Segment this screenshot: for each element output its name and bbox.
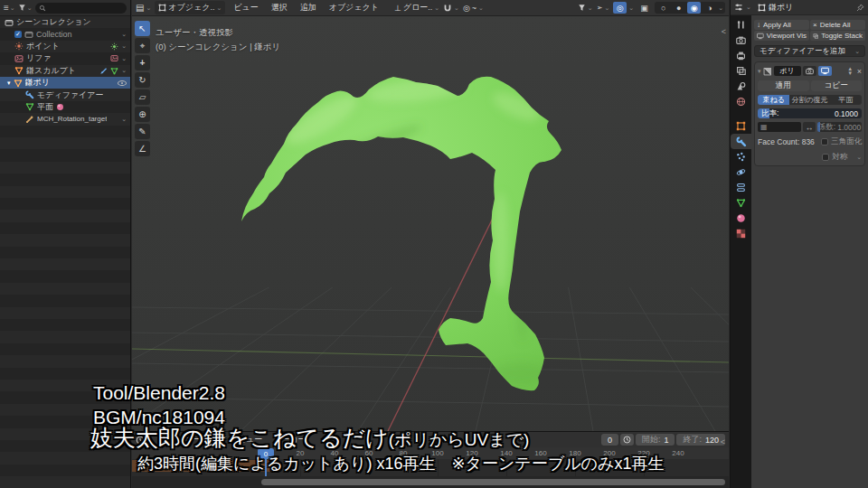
viewport-vis-button[interactable]: Viewport Vis [754, 31, 809, 41]
tool-move[interactable]: + [135, 55, 150, 70]
tool-measure[interactable]: ∠ [135, 141, 150, 156]
tool-cursor[interactable]: ⌖ [135, 38, 150, 53]
frame-end-field[interactable]: 終了:120 [676, 434, 725, 446]
mode-planar-tab[interactable]: 平面 [830, 95, 862, 105]
timeline-sidebar-toggle[interactable]: < [721, 437, 725, 446]
shading-wireframe-icon[interactable]: ○ [656, 2, 670, 14]
tab-object-data[interactable] [731, 195, 751, 211]
tab-scene[interactable] [731, 79, 751, 94]
outliner-row-kama-poly[interactable]: ▾ 鎌ポリ [0, 77, 130, 89]
collection-checkbox[interactable]: ✓ [14, 31, 22, 38]
viewport-toggle[interactable] [818, 66, 832, 76]
ratio-slider[interactable]: 比率: 0.1000 [758, 108, 862, 118]
playhead[interactable]: 0 [258, 448, 274, 459]
outliner-filter-button[interactable]: ⌄ [18, 4, 33, 12]
scythe-model[interactable] [241, 74, 561, 390]
current-frame-field[interactable]: 0 [601, 434, 618, 446]
toggle-stack-button[interactable]: Toggle Stack [810, 31, 865, 41]
tab-output[interactable] [731, 48, 751, 63]
timeline-menu-marker[interactable]: マーカー [269, 434, 310, 446]
tab-constraints[interactable] [731, 180, 751, 195]
outliner-row-plane[interactable]: 平面 [0, 101, 130, 113]
render-toggle[interactable] [803, 66, 816, 76]
mode-dropdown[interactable]: オブジェク..⌄ [155, 1, 225, 14]
outliner-row-modifier[interactable]: モディファイアー [0, 89, 130, 100]
sidebar-toggle-arrow[interactable]: < [722, 27, 726, 36]
outliner-row-mch-rotation-target[interactable]: MCH_Rotation_target ⌄ [0, 113, 130, 125]
factor-slider[interactable]: 係数: 1.0000 [817, 122, 862, 132]
outliner-row-reference-image[interactable]: リファ ⌄ [0, 52, 130, 64]
timeline-menu-keying[interactable]: キーイング [181, 434, 231, 446]
tab-object[interactable] [731, 118, 751, 134]
overlays-dropdown[interactable]: ◎⌄ [613, 2, 634, 14]
tab-render[interactable] [731, 33, 751, 48]
menu-add[interactable]: 追加 [296, 2, 321, 14]
tab-particles[interactable] [731, 149, 751, 164]
shading-solid-icon[interactable]: ● [672, 2, 685, 14]
timeline-menu-playback[interactable]: 再生 [154, 434, 179, 446]
tool-select-box[interactable]: ↖ [135, 21, 150, 36]
outliner-row-scene-collection[interactable]: シーンコレクション [0, 16, 130, 28]
invert-vertex-group-button[interactable]: ↔ [803, 122, 816, 132]
copy-button[interactable]: コピー [811, 80, 863, 91]
menu-object[interactable]: オブジェクト [325, 2, 383, 14]
shading-rendered-icon[interactable]: ◑ [703, 2, 716, 14]
use-preview-range-button[interactable] [620, 434, 634, 446]
chevron-down-icon[interactable]: ⌄ [121, 67, 127, 74]
shading-material-icon[interactable]: ◉ [687, 2, 701, 14]
mode-collapse-tab[interactable]: 束ねる [758, 95, 789, 105]
chevron-down-icon[interactable]: ⌄ [121, 116, 127, 123]
viewport-editor-type-button[interactable]: ▤⌄ [136, 3, 151, 13]
triangulate-checkbox[interactable] [821, 138, 828, 145]
tool-scale[interactable]: ▱ [135, 89, 150, 105]
chevron-down-icon[interactable]: ⌄ [121, 55, 127, 62]
tool-rotate[interactable]: ↻ [135, 72, 150, 88]
proportional-edit-toggle[interactable]: ◎~⌄ [463, 4, 484, 13]
tool-annotate[interactable]: ✎ [135, 124, 150, 139]
apply-button[interactable]: 適用 [758, 80, 809, 91]
close-icon[interactable]: × [857, 67, 862, 76]
tab-modifiers[interactable] [731, 134, 751, 149]
outliner-search-input[interactable] [35, 3, 127, 14]
outliner-row-point-light[interactable]: ポイント ⌄ [0, 41, 130, 52]
outliner-row-kama-sculpt[interactable]: 鎌スカルプト ⌄ [0, 65, 130, 77]
tab-physics[interactable] [731, 164, 751, 180]
overlays-icon[interactable]: ◎ [613, 2, 627, 14]
frame-start-field[interactable]: 開始:1 [636, 434, 675, 446]
gizmo-dropdown[interactable]: ➢⌄ [597, 4, 610, 12]
eye-icon[interactable] [118, 80, 127, 86]
tab-view-layer[interactable] [731, 63, 751, 79]
timeline-ruler[interactable]: 20 40 60 80 100 120 140 160 180 200 220 … [132, 447, 729, 459]
transform-orientation-dropdown[interactable]: ⊥グロー..⌄ [394, 2, 439, 14]
visibility-filter-dropdown[interactable]: ⌄ [578, 4, 593, 12]
modifier-name-field[interactable]: ポリ [774, 66, 801, 76]
timeline-scrollbar[interactable] [261, 479, 725, 485]
delete-all-button[interactable]: ×Delete All [810, 20, 865, 30]
properties-editor-icon[interactable] [734, 3, 743, 12]
symmetry-checkbox[interactable] [822, 154, 829, 161]
disclosure-triangle-icon[interactable]: ▾ [7, 80, 11, 87]
mode-unsubdivide-tab[interactable]: 分割の復元 [789, 95, 829, 105]
add-modifier-dropdown[interactable]: モディファイアーを追加⌄ [754, 45, 865, 57]
tool-transform[interactable]: ⊕ [135, 107, 150, 122]
outliner-row-collection[interactable]: ✓ Collection ⌄ [0, 28, 130, 40]
move-down-button[interactable]: ▼ [845, 71, 855, 76]
tab-texture[interactable] [731, 226, 751, 241]
pin-icon[interactable] [856, 4, 864, 12]
tab-world[interactable] [731, 94, 751, 109]
vertex-group-field[interactable]: ▦ [758, 122, 801, 132]
snap-dropdown[interactable]: ⌄ [443, 4, 459, 13]
symmetry-axis-dropdown[interactable]: ⌄ [856, 154, 862, 161]
outliner-editor-type-button[interactable]: ≡⌄ [4, 3, 15, 13]
xray-toggle[interactable]: ▣ [637, 2, 651, 14]
tab-material[interactable] [731, 211, 751, 226]
timeline-menu-view[interactable]: ビュー [233, 434, 267, 446]
tab-tool[interactable] [731, 17, 751, 33]
chevron-down-icon[interactable]: ⌄ [121, 42, 127, 50]
menu-view[interactable]: ビュー [229, 2, 262, 14]
viewport-canvas[interactable]: ユーザー・透視投影 (0) シーンコレクション | 鎌ポリ ↖ ⌖ + ↻ ▱ … [132, 16, 729, 431]
chevron-down-icon[interactable]: ⌄ [121, 31, 127, 38]
menu-select[interactable]: 選択 [267, 2, 292, 14]
apply-all-button[interactable]: ↓Apply All [754, 20, 809, 30]
expand-icon[interactable]: ▾ [758, 68, 761, 75]
